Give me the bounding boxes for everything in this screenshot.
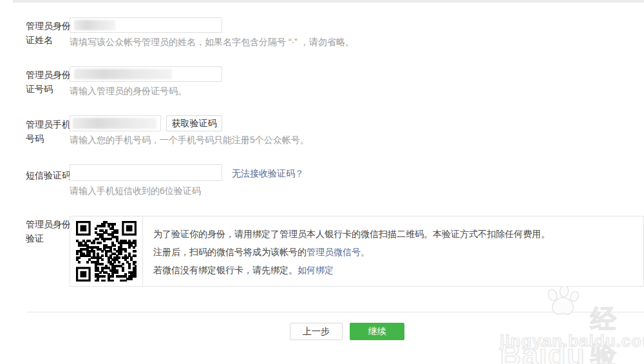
watermark-url: jingyan.baidu.com [500, 331, 644, 351]
watermark-jingyan-cn: 经验 [591, 302, 644, 364]
top-section-divider [13, 0, 644, 3]
redacted-phone-value [73, 118, 156, 129]
qr-instruction-line3: 若微信没有绑定银行卡，请先绑定。如何绑定 [153, 261, 643, 279]
admin-id-label: 管理员身份证号码 [26, 68, 72, 96]
how-to-bind-link[interactable]: 如何绑定 [298, 265, 334, 275]
cannot-receive-code-link[interactable]: 无法接收验证码？ [232, 168, 304, 180]
registration-form-page: 管理员身份证姓名 请填写该公众帐号管理员的姓名，如果名字包含分隔号 “·” ，请… [0, 0, 644, 364]
admin-phone-label: 管理员手机号码 [26, 117, 72, 146]
sms-code-label: 短信验证码 [26, 168, 72, 182]
sms-code-help: 请输入手机短信收到的6位验证码 [70, 185, 201, 196]
admin-name-help: 请填写该公众帐号管理员的姓名，如果名字包含分隔号 “·” ，请勿省略。 [70, 36, 354, 48]
qr-instruction-line1: 为了验证你的身份，请用绑定了管理员本人银行卡的微信扫描二维码。本验证方式不扣除任… [153, 225, 643, 243]
continue-button[interactable]: 继续 [350, 323, 404, 340]
admin-id-help: 请输入管理员的身份证号码。 [70, 85, 187, 97]
previous-step-button[interactable]: 上一步 [290, 323, 343, 340]
watermark-bai: Bai [500, 338, 548, 364]
sms-code-input[interactable] [70, 164, 222, 181]
baidu-paw-icon [545, 286, 581, 316]
get-verification-code-button[interactable]: 获取验证码 [166, 115, 222, 131]
qr-line2-text: 注册后，扫码的微信号将成为该帐号的 [153, 247, 307, 257]
admin-name-label: 管理员身份证姓名 [26, 19, 72, 47]
redacted-name-value [74, 20, 115, 30]
qr-code [76, 221, 137, 282]
qr-instructions: 为了验证你的身份，请用绑定了管理员本人银行卡的微信扫描二维码。本验证方式不扣除任… [143, 216, 643, 286]
qr-code-cell [70, 216, 143, 286]
qr-line3-text: 若微信没有绑定银行卡，请先绑定。 [153, 265, 298, 275]
admin-wechat-link[interactable]: 管理员微信号。 [307, 247, 370, 257]
watermark-du: du [548, 338, 585, 364]
identity-verify-label: 管理员身份验证 [26, 217, 72, 245]
redacted-id-value [74, 69, 172, 79]
identity-verify-panel: 为了验证你的身份，请用绑定了管理员本人银行卡的微信扫描二维码。本验证方式不扣除任… [70, 216, 644, 287]
admin-phone-help: 请输入您的手机号码，一个手机号码只能注册5个公众帐号。 [70, 134, 309, 146]
qr-instruction-line2: 注册后，扫码的微信号将成为该帐号的管理员微信号。 [153, 243, 643, 261]
